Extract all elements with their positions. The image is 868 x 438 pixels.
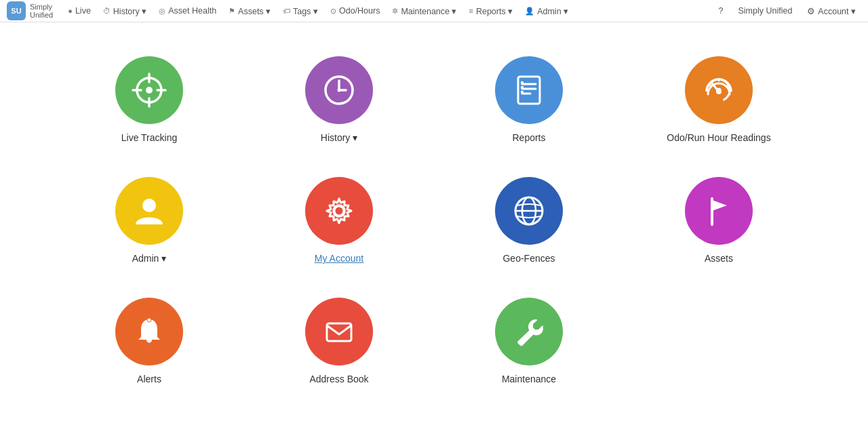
- nav-odo[interactable]: ⊙ Odo/Hours: [325, 0, 385, 22]
- admin-label: Admin ▾: [132, 253, 167, 264]
- clock-icon: [321, 73, 357, 108]
- grid-item-odo[interactable]: Odo/Run Hour Readings: [631, 56, 807, 143]
- nav-company[interactable]: Simply Unified: [732, 0, 797, 22]
- brand[interactable]: SU Simply Unified: [7, 1, 53, 20]
- svg-point-22: [717, 88, 722, 93]
- history-icon: ⏱: [103, 7, 111, 15]
- svg-rect-12: [518, 77, 540, 104]
- assets-label: Assets: [705, 253, 733, 264]
- nav-maintenance-label: Maintenance ▾: [401, 6, 456, 16]
- assets-circle: [685, 177, 753, 245]
- person-icon: [132, 193, 167, 228]
- main-content: Live Tracking History ▾: [0, 22, 868, 412]
- nav-items: ● Live ⏱ History ▾ ◎ Asset Health ⚑ Asse…: [62, 0, 713, 22]
- nav-admin-label: Admin ▾: [537, 6, 568, 16]
- svg-line-24: [727, 85, 728, 87]
- svg-rect-16: [521, 81, 524, 84]
- svg-rect-34: [327, 323, 351, 341]
- grid-item-alerts[interactable]: Alerts: [61, 298, 237, 384]
- grid-item-my-account[interactable]: My Account: [251, 177, 427, 264]
- odo-circle: [685, 56, 753, 124]
- odo-label: Odo/Run Hour Readings: [667, 132, 770, 143]
- brand-name: Simply Unified: [30, 3, 53, 19]
- svg-text:SU: SU: [11, 7, 21, 15]
- my-account-label: My Account: [315, 253, 363, 264]
- envelope-icon: [321, 314, 357, 349]
- nav-right: ? Simply Unified ⚙ Account ▾: [713, 0, 861, 22]
- my-account-circle: [305, 177, 373, 245]
- nav-live-label: Live: [75, 6, 91, 16]
- grid-item-address-book[interactable]: Address Book: [251, 298, 427, 384]
- geo-fences-circle: [495, 177, 563, 245]
- maintenance-label: Maintenance: [502, 374, 556, 384]
- reports-circle: [495, 56, 563, 124]
- svg-rect-18: [521, 91, 524, 94]
- grid-item-history[interactable]: History ▾: [251, 56, 427, 143]
- nav-assets[interactable]: ⚑ Assets ▾: [223, 0, 276, 22]
- svg-line-25: [710, 85, 711, 87]
- nav-reports[interactable]: ≡ Reports ▾: [464, 0, 519, 22]
- maintenance-nav-icon: ✲: [392, 7, 398, 16]
- grid-item-live-tracking[interactable]: Live Tracking: [61, 56, 237, 143]
- geo-fences-label: Geo-Fences: [502, 253, 555, 264]
- svg-point-33: [147, 318, 151, 322]
- live-tracking-label: Live Tracking: [121, 132, 177, 143]
- reports-label: Reports: [512, 132, 545, 143]
- navbar: SU Simply Unified ● Live ⏱ History ▾ ◎ A…: [0, 0, 868, 22]
- assets-nav-icon: ⚑: [229, 7, 235, 16]
- address-book-label: Address Book: [309, 374, 368, 384]
- svg-point-11: [338, 89, 341, 92]
- brand-logo: SU: [7, 1, 26, 20]
- nav-history-label: History ▾: [113, 6, 146, 16]
- grid-item-geo-fences[interactable]: Geo-Fences: [441, 177, 617, 264]
- reports-nav-icon: ≡: [469, 7, 473, 15]
- nav-reports-label: Reports ▾: [476, 6, 513, 16]
- maintenance-circle: [495, 298, 563, 365]
- asset-health-icon: ◎: [159, 7, 165, 16]
- admin-circle: [115, 177, 183, 245]
- nav-live[interactable]: ● Live: [62, 0, 96, 22]
- flag-icon: [701, 193, 736, 228]
- grid-item-admin[interactable]: Admin ▾: [61, 177, 237, 264]
- live-icon: ●: [68, 7, 73, 15]
- gauge-icon: [701, 73, 736, 108]
- admin-nav-icon: 👤: [525, 7, 534, 16]
- nav-odo-label: Odo/Hours: [339, 6, 380, 16]
- address-book-circle: [305, 298, 373, 365]
- grid-item-assets[interactable]: Assets: [631, 177, 807, 264]
- tags-icon: 🏷: [283, 7, 290, 15]
- report-icon: [511, 73, 547, 108]
- grid-item-maintenance[interactable]: Maintenance: [441, 298, 617, 384]
- nav-help[interactable]: ?: [713, 0, 729, 22]
- account-label: Account ▾: [818, 6, 856, 16]
- nav-tags-label: Tags ▾: [293, 6, 318, 16]
- nav-tags[interactable]: 🏷 Tags ▾: [277, 0, 323, 22]
- history-circle: [305, 56, 373, 124]
- nav-admin[interactable]: 👤 Admin ▾: [519, 0, 574, 22]
- alerts-label: Alerts: [137, 374, 161, 384]
- wrench-icon: [511, 314, 547, 349]
- alerts-circle: [115, 298, 183, 365]
- nav-asset-health[interactable]: ◎ Asset Health: [153, 0, 222, 22]
- svg-point-28: [334, 206, 344, 216]
- live-tracking-circle: [115, 56, 183, 124]
- nav-assets-label: Assets ▾: [238, 6, 271, 16]
- help-icon: ?: [719, 6, 724, 16]
- globe-icon: [511, 193, 547, 228]
- gear-icon: [321, 193, 357, 228]
- nav-asset-health-label: Asset Health: [168, 6, 216, 16]
- history-label: History ▾: [321, 132, 357, 143]
- nav-history[interactable]: ⏱ History ▾: [98, 0, 152, 22]
- grid-item-reports[interactable]: Reports: [441, 56, 617, 143]
- icon-grid: Live Tracking History ▾: [61, 56, 807, 384]
- nav-account[interactable]: ⚙ Account ▾: [802, 0, 861, 22]
- svg-rect-17: [521, 86, 524, 89]
- nav-maintenance[interactable]: ✲ Maintenance ▾: [387, 0, 462, 22]
- svg-point-26: [142, 199, 156, 212]
- crosshair-icon: [132, 73, 167, 108]
- bell-icon: [132, 314, 167, 349]
- svg-point-3: [146, 87, 153, 94]
- company-name: Simply Unified: [738, 6, 792, 16]
- odo-icon: ⊙: [330, 7, 336, 16]
- account-icon: ⚙: [807, 6, 815, 16]
